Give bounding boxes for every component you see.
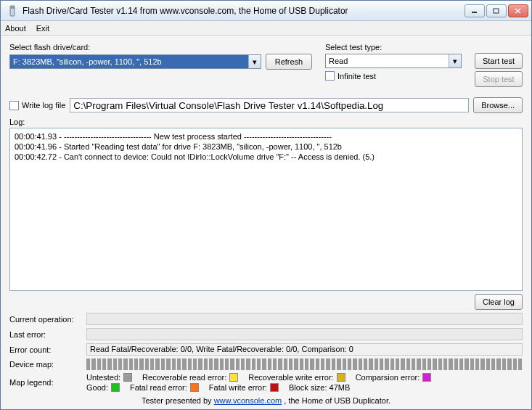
checkbox-icon	[9, 101, 19, 110]
content-area: Select flash drive/card: F: 3823MB, "sil…	[1, 36, 531, 409]
footer-link[interactable]: www.vconsole.com	[214, 396, 282, 405]
browse-button[interactable]: Browse...	[473, 97, 523, 113]
svg-rect-4	[494, 9, 499, 13]
current-operation-label: Current operation:	[9, 315, 86, 324]
current-operation-value	[86, 313, 523, 325]
stop-test-button[interactable]: Stop test	[475, 71, 523, 87]
close-button[interactable]	[508, 4, 528, 17]
last-error-label: Last error:	[9, 330, 86, 339]
drive-combo-value: F: 3823MB, "silicon, -power, 1100, ", 51…	[10, 57, 248, 66]
legend-fatal-read: Fatal read error:	[130, 383, 199, 392]
menu-exit[interactable]: Exit	[36, 24, 49, 33]
menu-about[interactable]: About	[5, 24, 26, 33]
footer-prefix: Tester presented by	[142, 396, 214, 405]
legend-block-size: Block size: 47MB	[289, 383, 350, 392]
clear-log-button[interactable]: Clear log	[475, 294, 523, 310]
svg-rect-0	[10, 6, 15, 16]
legend-untested: Untested:	[86, 373, 132, 382]
main-window: Flash Drive/Card Tester v1.14 from www.v…	[0, 0, 532, 410]
start-test-button[interactable]: Start test	[475, 53, 523, 69]
minimize-button[interactable]	[465, 4, 485, 17]
refresh-button[interactable]: Refresh	[266, 54, 312, 70]
test-type-value: Read	[326, 57, 449, 65]
maximize-button[interactable]	[486, 4, 507, 17]
checkbox-icon	[325, 71, 335, 81]
select-test-label: Select test type:	[325, 43, 462, 52]
legend-comparison: Comparsion error:	[356, 373, 432, 382]
legend-fatal-write: Fatal write error:	[209, 383, 279, 392]
error-count-value: Read Fatal/Recoverable: 0/0, Write Fatal…	[86, 343, 523, 356]
test-type-combo[interactable]: Read ▾	[325, 54, 462, 68]
infinite-test-label: Infinite test	[337, 72, 376, 81]
menubar: About Exit	[1, 21, 531, 36]
chevron-down-icon[interactable]: ▾	[248, 55, 261, 68]
write-log-checkbox[interactable]: Write log file	[9, 101, 65, 110]
log-file-path-input[interactable]	[70, 98, 469, 112]
error-count-label: Error count:	[9, 345, 86, 354]
drive-combo[interactable]: F: 3823MB, "silicon, -power, 1100, ", 51…	[9, 54, 261, 69]
log-label: Log:	[9, 118, 523, 126]
swatch-untested	[123, 373, 132, 382]
titlebar-text: Flash Drive/Card Tester v1.14 from www.v…	[21, 6, 465, 16]
device-map-label: Device map:	[9, 360, 86, 369]
last-error-value	[86, 328, 523, 340]
legend-rec-write: Recoverable write error:	[248, 373, 345, 382]
footer-suffix: , the Home of USB Duplicator.	[284, 396, 390, 405]
device-map	[86, 358, 523, 370]
footer: Tester presented by www.vconsole.com , t…	[9, 396, 523, 405]
app-icon	[7, 5, 18, 17]
window-buttons	[465, 4, 528, 17]
map-legend-label: Map legend:	[9, 378, 86, 387]
infinite-test-checkbox[interactable]: Infinite test	[325, 71, 462, 81]
log-textarea[interactable]: 00:00:41.93 - --------------------------…	[9, 128, 523, 291]
chevron-down-icon[interactable]: ▾	[449, 54, 461, 67]
svg-rect-1	[11, 7, 12, 9]
legend-rec-read: Recoverable read error:	[142, 373, 238, 382]
titlebar[interactable]: Flash Drive/Card Tester v1.14 from www.v…	[1, 1, 531, 21]
write-log-label: Write log file	[22, 101, 65, 110]
select-drive-label: Select flash drive/card:	[9, 43, 312, 52]
svg-rect-2	[13, 7, 15, 9]
legend-good: Good:	[86, 383, 120, 392]
